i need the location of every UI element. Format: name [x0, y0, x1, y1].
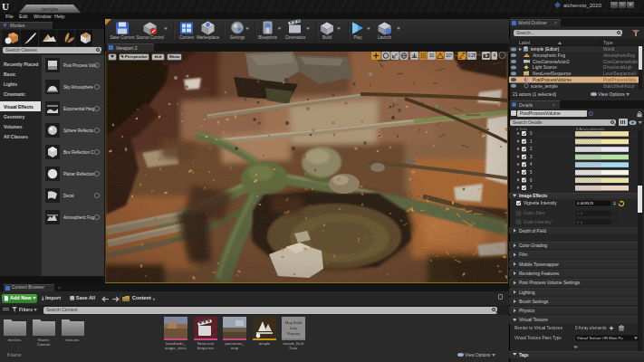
svg-text:Sky Atmosphere: Sky Atmosphere: [63, 85, 93, 90]
svg-text:temple: temple: [259, 341, 271, 346]
svg-text:0: 0: [530, 131, 533, 136]
svg-text:Depth of Field: Depth of Field: [519, 229, 546, 233]
svg-text:0.0: 0.0: [577, 211, 583, 215]
svg-text:Grain Intensity: Grain Intensity: [524, 220, 553, 224]
svg-text:Decal: Decal: [63, 194, 74, 198]
svg-text:Settings: Settings: [230, 35, 245, 40]
svg-text:CineCameraActor: CineCameraActor: [603, 60, 639, 64]
svg-text:0.25: 0.25: [467, 53, 476, 58]
svg-text:scene_temple: scene_temple: [531, 84, 558, 89]
svg-text:Grain Jitter: Grain Jitter: [524, 211, 545, 215]
svg-text:10: 10: [429, 53, 435, 58]
svg-text:Play: Play: [354, 35, 363, 40]
svg-text:Image Effects: Image Effects: [519, 194, 548, 198]
svg-text:StaticMeshActor: StaticMeshActor: [603, 84, 635, 89]
svg-text:10°: 10°: [446, 53, 452, 58]
svg-text:PostProcessVolu: PostProcessVolu: [603, 78, 637, 82]
svg-text:Blueprints: Blueprints: [258, 35, 277, 40]
svg-text:Source Control: Source Control: [136, 35, 164, 40]
svg-text:map: map: [231, 346, 239, 350]
svg-text:Content: Content: [37, 342, 52, 347]
svg-text:Brush Settings: Brush Settings: [519, 299, 549, 304]
svg-text:Rendering Features: Rendering Features: [519, 271, 560, 276]
svg-text:3: 3: [530, 155, 533, 159]
svg-text:meshes: meshes: [8, 338, 22, 342]
svg-text:Post Process Volume Settings: Post Process Volume Settings: [519, 280, 580, 285]
svg-text:7: 7: [530, 186, 533, 190]
svg-text:LevelSequenceA: LevelSequenceA: [603, 71, 637, 76]
svg-text:textures: textures: [66, 338, 80, 342]
svg-text:Registry: Registry: [287, 331, 301, 336]
svg-text:DirectionalLigh: DirectionalLigh: [603, 65, 632, 70]
svg-text:Map Build: Map Build: [285, 320, 302, 325]
svg-text:World: World: [603, 47, 615, 52]
svg-text:Save Current: Save Current: [110, 35, 135, 40]
svg-text:Atmospheric Fog: Atmospheric Fog: [533, 53, 566, 58]
svg-text:CineCameraActor2: CineCameraActor2: [533, 60, 570, 64]
svg-text:0 Array elements: 0 Array elements: [575, 326, 607, 330]
svg-text:Content: Content: [179, 35, 195, 40]
svg-text:Render to Virtual Textures: Render to Virtual Textures: [514, 326, 563, 330]
svg-text:Sphere Reflectio: Sphere Reflectio: [63, 129, 94, 133]
svg-text:Cinematics: Cinematics: [285, 35, 306, 40]
svg-text:AtmosphericFog: AtmosphericFog: [603, 53, 635, 58]
svg-text:Sequence: Sequence: [197, 346, 216, 350]
svg-text:Vignette Intensity: Vignette Intensity: [524, 201, 557, 205]
svg-text:PostProcessVolume: PostProcessVolume: [533, 78, 572, 82]
svg-text:NewLevelSequence: NewLevelSequence: [533, 71, 572, 76]
svg-text:0.0: 0.0: [577, 220, 583, 224]
svg-text:1: 1: [530, 139, 533, 144]
svg-text:Atmospheric Fog: Atmospheric Fog: [63, 215, 95, 220]
svg-text:Marketplace: Marketplace: [197, 35, 219, 40]
svg-text:Tags: Tags: [519, 353, 529, 357]
svg-text:Launch: Launch: [378, 35, 392, 40]
svg-text:0.609523: 0.609523: [577, 201, 594, 205]
svg-text:Box Reflection C: Box Reflection C: [63, 150, 94, 155]
svg-text:Data: Data: [290, 346, 299, 350]
svg-text:Mobile Tonemapper: Mobile Tonemapper: [519, 262, 559, 267]
svg-text:5: 5: [530, 170, 533, 175]
svg-text:Virtual Texture Pass Type: Virtual Texture Pass Type: [514, 336, 562, 340]
svg-text:Data: Data: [290, 326, 298, 330]
svg-text:Post Process Volu: Post Process Volu: [63, 63, 97, 68]
svg-text:Lighting: Lighting: [519, 290, 535, 295]
svg-text:Virtual Texture OR Main Pa: Virtual Texture OR Main Pa: [577, 336, 623, 340]
svg-text:Build: Build: [322, 35, 332, 40]
svg-text:Exponential Heig: Exponential Heig: [63, 107, 95, 111]
svg-text:6: 6: [530, 178, 533, 183]
svg-text:Physics: Physics: [519, 308, 535, 313]
svg-text:temple (Editor): temple (Editor): [531, 47, 560, 52]
svg-text:aeqpe_stairs: aeqpe_stairs: [165, 346, 187, 350]
svg-text:Virtual Texture: Virtual Texture: [519, 317, 548, 322]
svg-text:Light Source: Light Source: [533, 65, 557, 70]
svg-text:Film: Film: [519, 252, 527, 257]
svg-text:Color Grading: Color Grading: [519, 243, 547, 248]
svg-text:Planar Reflection: Planar Reflection: [63, 172, 95, 176]
svg-text:4: 4: [530, 163, 533, 167]
svg-text:2: 2: [530, 147, 533, 151]
